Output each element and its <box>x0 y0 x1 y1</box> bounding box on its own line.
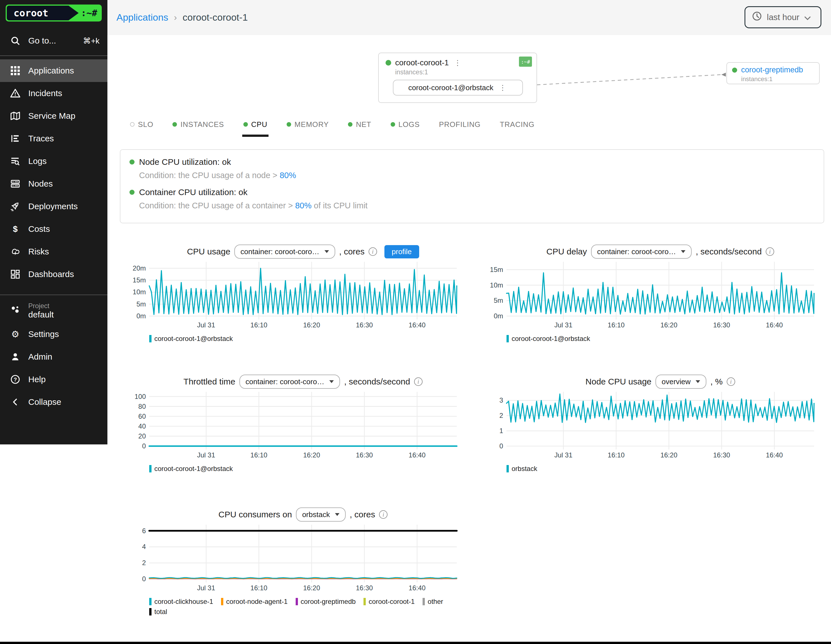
svg-text:16:10: 16:10 <box>608 321 625 329</box>
time-range-picker[interactable]: last hour <box>745 6 821 28</box>
legend-swatch <box>149 465 151 472</box>
legend-item[interactable]: other <box>423 598 443 606</box>
chart-plot: 0m5m10m15mJul 3116:1016:2016:3016:40 <box>485 259 818 332</box>
sidebar-item-service-map[interactable]: Service Map <box>0 105 107 127</box>
info-icon[interactable] <box>727 378 735 386</box>
legend-label: orbstack <box>512 465 537 473</box>
legend-item[interactable]: coroot-coroot-1@orbstack <box>149 465 233 473</box>
sidebar-item-label: Service Map <box>28 111 75 121</box>
sidebar-item-label: Costs <box>28 224 50 234</box>
svg-text:Jul 31: Jul 31 <box>197 584 215 592</box>
legend-item[interactable]: coroot-coroot-1 <box>363 598 415 606</box>
info-icon[interactable] <box>414 378 423 386</box>
tab-cpu[interactable]: CPU <box>244 118 267 131</box>
chart-throttled-time: Throttled time container: coroot-coro… ,… <box>128 374 461 473</box>
check-condition: Condition: the CPU usage of a container … <box>139 201 815 210</box>
instance-coroot-coroot-1-orbstack[interactable]: coroot-coroot-1@orbstack ⋮ <box>393 80 523 96</box>
svg-text:0m: 0m <box>494 312 503 320</box>
svg-text:16:30: 16:30 <box>356 451 373 459</box>
divider <box>0 295 107 295</box>
tab-logs[interactable]: LOGS <box>391 118 420 131</box>
legend-item[interactable]: coroot-coroot-1@orbstack <box>149 335 233 343</box>
sidebar-item-deployments[interactable]: Deployments <box>0 195 107 218</box>
tab-slo[interactable]: SLO <box>130 118 153 131</box>
status-dot <box>348 122 352 127</box>
project-selector[interactable]: Project default <box>0 298 107 323</box>
svg-text:5m: 5m <box>494 296 503 304</box>
coroot-logo[interactable]: coroot :~# <box>6 5 102 21</box>
tab-tracing[interactable]: TRACING <box>500 118 535 131</box>
legend-label: coroot-coroot-1@orbstack <box>512 335 590 343</box>
sidebar-item-nodes[interactable]: Nodes <box>0 172 107 195</box>
chevron-down-icon <box>681 250 685 253</box>
status-dot <box>287 122 291 127</box>
sidebar-item-help[interactable]: ? Help <box>0 368 107 391</box>
info-icon[interactable] <box>369 247 377 256</box>
sidebar-collapse-button[interactable]: Collapse <box>0 391 107 413</box>
check-node-cpu: Node CPU utilization: ok Condition: the … <box>129 157 815 180</box>
sidebar-item-dashboards[interactable]: Dashboards <box>0 263 107 285</box>
check-container-cpu: Container CPU utilization: ok Condition:… <box>129 187 815 210</box>
kebab-menu-icon[interactable]: ⋮ <box>453 59 462 67</box>
threshold-link[interactable]: 80% <box>295 201 312 210</box>
chart-unit: , % <box>710 377 723 386</box>
container-select[interactable]: container: coroot-coro… <box>239 375 340 389</box>
node-select[interactable]: orbstack <box>296 507 346 521</box>
warning-triangle-icon <box>10 88 20 98</box>
chart-legend: coroot-coroot-1@orbstack <box>506 335 818 343</box>
svg-text:4: 4 <box>142 543 146 550</box>
go-to-search[interactable]: Go to... ⌘+k <box>0 29 107 52</box>
chevron-down-icon <box>335 513 339 516</box>
status-dot <box>385 60 391 65</box>
bottom-bar <box>0 642 831 644</box>
chart-cpu-usage: CPU usage container: coroot-coro… , core… <box>128 244 461 343</box>
legend-item[interactable]: orbstack <box>506 465 537 473</box>
sidebar-item-traces[interactable]: Traces <box>0 127 107 150</box>
container-select[interactable]: container: coroot-coro… <box>234 244 335 259</box>
svg-text:0: 0 <box>142 575 146 583</box>
kebab-menu-icon[interactable]: ⋮ <box>498 84 507 91</box>
dep-card-link[interactable]: coroot-greptimedb <box>741 65 803 74</box>
svg-text:16:40: 16:40 <box>409 584 426 592</box>
svg-text:16:10: 16:10 <box>250 451 267 459</box>
sidebar-item-label: Deployments <box>28 202 78 211</box>
tab-net[interactable]: NET <box>348 118 371 131</box>
chevron-down-icon <box>696 380 700 383</box>
threshold-link[interactable]: 80% <box>280 171 296 180</box>
profile-button[interactable]: profile <box>384 245 419 258</box>
svg-text:16:20: 16:20 <box>660 451 677 459</box>
legend-item[interactable]: coroot-greptimedb <box>296 598 356 606</box>
sidebar-item-risks[interactable]: Risks <box>0 240 107 263</box>
breadcrumb-applications-link[interactable]: Applications <box>116 12 168 23</box>
storm-cloud-icon <box>10 247 20 257</box>
legend-item[interactable]: coroot-clickhouse-1 <box>149 598 213 606</box>
project-name: default <box>28 310 54 319</box>
legend-item[interactable]: coroot-node-agent-1 <box>221 598 287 606</box>
overview-select[interactable]: overview <box>656 375 707 389</box>
sidebar-item-incidents[interactable]: Incidents <box>0 82 107 105</box>
container-select[interactable]: container: coroot-coro… <box>591 244 692 259</box>
legend-item[interactable]: total <box>149 608 167 616</box>
status-dot <box>244 122 248 127</box>
svg-text:16:10: 16:10 <box>250 584 267 592</box>
svg-text:0: 0 <box>142 442 146 450</box>
sidebar-item-applications[interactable]: Applications <box>0 59 107 82</box>
tab-profiling[interactable]: PROFILING <box>439 118 481 131</box>
svg-text:16:30: 16:30 <box>713 321 730 329</box>
sidebar-item-logs[interactable]: Logs <box>0 150 107 172</box>
status-dot <box>130 122 135 127</box>
chart-unit: , cores <box>350 510 375 519</box>
chart-legend: orbstack <box>506 465 818 473</box>
tab-memory[interactable]: MEMORY <box>287 118 329 131</box>
sidebar-item-label: Collapse <box>28 397 61 407</box>
servers-icon <box>10 179 20 189</box>
sidebar-item-admin[interactable]: Admin <box>0 346 107 368</box>
svg-text:16:20: 16:20 <box>303 584 320 592</box>
sidebar-item-settings[interactable]: ⚙ Settings <box>0 323 107 346</box>
info-icon[interactable] <box>766 247 774 256</box>
app-card-name[interactable]: coroot-coroot-1 <box>395 58 449 67</box>
info-icon[interactable] <box>379 510 387 519</box>
legend-item[interactable]: coroot-coroot-1@orbstack <box>506 335 590 343</box>
sidebar-item-costs[interactable]: $ Costs <box>0 218 107 240</box>
tab-instances[interactable]: INSTANCES <box>172 118 224 131</box>
